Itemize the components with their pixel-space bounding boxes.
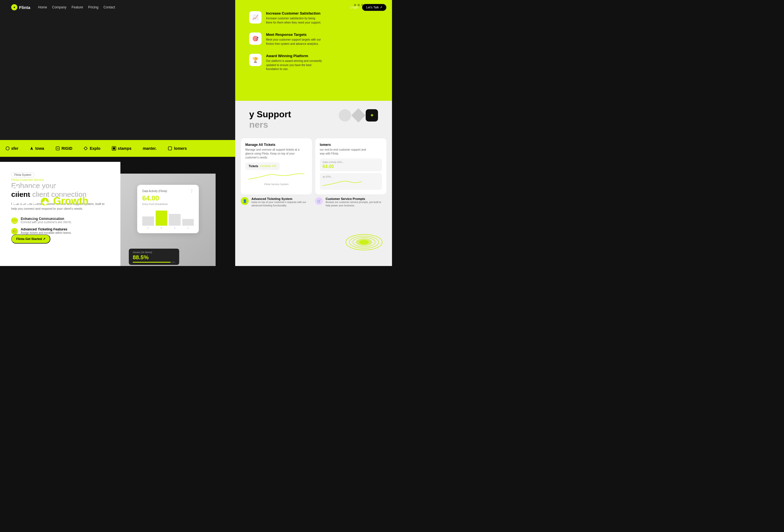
nav-pricing[interactable]: Pricing [88, 5, 99, 9]
mini-system-card: ay (Flin... [320, 173, 382, 190]
logo-text: Flinta [19, 5, 30, 10]
award-desc: Our platform is award winning and consta… [266, 59, 322, 72]
tickets-card-desc: Manage and oversee all support tickets a… [245, 148, 307, 160]
prompts-icon: 🛒 [315, 197, 323, 205]
nav-logo[interactable]: ✦ Flinta [11, 4, 30, 10]
tickets-card-title: Manage All Tickets [245, 143, 307, 147]
issues-progress-fill [133, 262, 170, 263]
svg-point-5 [6, 147, 9, 150]
bar-1 [142, 217, 154, 226]
nav-company[interactable]: Company [52, 5, 66, 9]
play-icon: ▶ [54, 235, 63, 243]
navbar: ✦ Flinta Home Company Feature Pricing Co… [11, 0, 386, 15]
ticketing-icon: 👤 [241, 197, 249, 205]
enhance-tag: Flinta System [11, 172, 34, 177]
prompts-title: Customer Service Prompts [326, 197, 386, 200]
brand-rigid: RIGID [55, 146, 73, 151]
svg-rect-9 [168, 147, 172, 150]
bar-4 [182, 219, 194, 226]
satisfaction-desc: Increase customer satisfaction by being … [266, 17, 322, 25]
bar-3 [169, 214, 180, 226]
ticketing-desc: Keep on top of your customer's requests … [251, 200, 312, 207]
bar-labels: 2 5 3 1 [142, 227, 194, 229]
shape-circle [339, 109, 351, 121]
hero-title: Connect With Clients Drive ✦ Growth [11, 184, 113, 206]
hero-subtitle: Premium Customer Service and Support [11, 210, 113, 214]
feature-prompts: 🛒 Customer Service Prompts Browse our cu… [315, 197, 386, 207]
hero-cta-button[interactable]: Flinta Get Started ↗ [11, 234, 50, 244]
nav-actions: Login Let's Talk ↗ [350, 4, 386, 11]
feature-ticketing: 👤 Advanced Ticketing System Keep on top … [241, 197, 312, 207]
brand-sfer: sfer [6, 146, 19, 151]
nav-home[interactable]: Home [38, 5, 47, 9]
sparkline-chart [245, 172, 307, 180]
lomers-card-desc: our end-to-end customer support and way … [320, 148, 382, 156]
lomers-card-title: lomers [320, 143, 382, 147]
award-icon: 🏆 [249, 54, 261, 66]
bar-chart [142, 209, 194, 226]
nav-feature[interactable]: Feature [72, 5, 83, 9]
issues-title: Issues (16 Items) [133, 251, 175, 254]
feature-response: 🎯 Meet Response Targets Meet your custom… [249, 32, 378, 46]
hero-description: Flinta is an end-to-end customer service… [11, 216, 90, 230]
lomers-card: lomers our end-to-end customer support a… [315, 138, 386, 194]
svg-point-4 [360, 240, 368, 244]
data-value: 64.00 [142, 194, 194, 202]
response-title: Meet Response Targets [266, 32, 322, 37]
brand-explo: Explo [83, 146, 100, 151]
issues-progress-bg [133, 262, 175, 263]
response-desc: Meet your customer support targets with … [266, 38, 322, 46]
spark-icon: ✦ [41, 198, 49, 205]
brand-towa: towa [30, 146, 44, 151]
rings-decoration [344, 227, 384, 258]
svg-rect-8 [113, 147, 115, 149]
ticket-badge-value: Complete: 525 [260, 165, 276, 167]
hero-content: Flinta Customer Service Connect With Cli… [11, 178, 113, 244]
nav-login[interactable]: Login [350, 5, 358, 9]
support-cards: Manage All Tickets Manage and oversee al… [235, 138, 392, 194]
feature-award: 🏆 Award Winning Platform Our platform is… [249, 54, 378, 72]
ticket-badge: Tickets Complete: 525 [245, 162, 280, 170]
brand-manter: manter. [143, 146, 157, 151]
brand-lomers: lomers [168, 146, 187, 151]
hero-tag: Flinta Customer Service [11, 178, 113, 181]
shape-black: ✦ [366, 109, 378, 121]
tickets-card: Manage All Tickets Manage and oversee al… [241, 138, 312, 194]
nav-links: Home Company Feature Pricing Contact [38, 5, 350, 9]
support-title-line1: y Support [249, 109, 291, 119]
data-subtitle: Entry Point Breakdown [142, 203, 194, 205]
mini-data-card: Data Activity (Flin... 64.00 [320, 159, 382, 171]
nav-contact[interactable]: Contact [103, 5, 115, 9]
data-card-menu[interactable]: ⋮ [190, 189, 194, 193]
play-video-button[interactable]: ▶ Play Video [54, 235, 80, 243]
data-card-title: Data Activity (Flinta) [142, 190, 167, 193]
data-widget: Data Activity (Flinta) ⋮ 64.00 Entry Poi… [120, 174, 216, 266]
features-panel: 📈 Increase Customer Satisfaction Increas… [235, 0, 392, 101]
data-card: Data Activity (Flinta) ⋮ 64.00 Entry Poi… [137, 185, 199, 233]
nav-cta-button[interactable]: Let's Talk ↗ [362, 4, 386, 11]
ticketing-title: Advanced Ticketing System [251, 197, 312, 200]
shape-decorations: ✦ [339, 109, 378, 121]
bar-2 [156, 211, 167, 226]
brand-stamps: stamps [112, 146, 132, 151]
logo-icon: ✦ [11, 4, 17, 10]
prompts-desc: Browse our customer service prompts, pre… [326, 200, 386, 207]
ticket-badge-label: Tickets [249, 165, 258, 168]
hero-actions: Flinta Get Started ↗ ▶ Play Video [11, 234, 113, 244]
system-label: Flinta Service System [245, 183, 307, 186]
feature-icons-row: 👤 Advanced Ticketing System Keep on top … [235, 194, 392, 210]
issues-card: Issues (16 Items) 88.5% [129, 249, 179, 265]
award-title: Award Winning Platform [266, 54, 322, 58]
response-icon: 🎯 [249, 32, 261, 45]
issues-value: 88.5% [133, 254, 175, 261]
shape-diamond [352, 108, 366, 123]
support-title-line2: ners [249, 119, 268, 130]
